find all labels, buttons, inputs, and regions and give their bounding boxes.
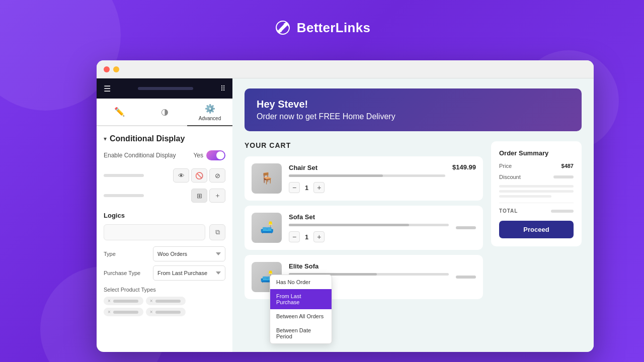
logo-text: BetterLinks bbox=[297, 20, 370, 36]
item-img-sofa: 🛋️ bbox=[252, 213, 282, 243]
order-summary-title: Order Summary bbox=[499, 149, 574, 157]
product-tag-4[interactable]: × bbox=[146, 308, 186, 316]
proceed-button[interactable]: Proceed bbox=[499, 221, 574, 238]
toggle-row: Enable Conditional Display Yes bbox=[104, 150, 225, 160]
toggle-knob bbox=[216, 151, 224, 159]
tag-text-4 bbox=[155, 311, 181, 314]
row2-placeholder bbox=[104, 194, 144, 197]
qty-minus-2[interactable]: − bbox=[289, 231, 300, 242]
type-field-row: Type Woo Orders bbox=[104, 246, 225, 261]
tab-display[interactable]: ◑ bbox=[142, 99, 187, 125]
toggle-with-text: Yes bbox=[193, 150, 225, 160]
purchase-type-select[interactable]: From Last Purchase bbox=[153, 265, 225, 281]
browser-window: ☰ ⠿ ✏️ ◑ ⚙️ Advanced bbox=[97, 60, 594, 352]
section-header: ▾ Conditional Display bbox=[104, 134, 225, 143]
eye-btn[interactable]: 👁 bbox=[173, 168, 189, 183]
qty-minus-1[interactable]: − bbox=[289, 182, 300, 193]
traffic-light-red[interactable] bbox=[104, 66, 110, 72]
grid2-icon: ⊞ bbox=[197, 192, 202, 200]
tag-text-1 bbox=[113, 300, 138, 303]
no-btn[interactable]: ⊘ bbox=[209, 168, 225, 183]
item-bar-1 bbox=[289, 174, 445, 177]
product-types-label: Select Product Types bbox=[104, 287, 225, 293]
eye-off-btn[interactable]: 🚫 bbox=[191, 168, 207, 183]
item-name-1: Chair Set bbox=[289, 164, 445, 171]
product-tag-1[interactable]: × bbox=[104, 297, 143, 305]
promo-line2: Order now to get FREE Home Delivery bbox=[257, 112, 570, 121]
tag-remove-2[interactable]: × bbox=[150, 298, 153, 304]
order-summary-box: Order Summary Price $487 Discount bbox=[491, 141, 582, 246]
copy-btn[interactable]: ⧉ bbox=[209, 224, 225, 240]
purchase-type-label: Purchase Type bbox=[104, 270, 149, 276]
toggle-label: Enable Conditional Display bbox=[104, 152, 176, 159]
product-tag-2[interactable]: × bbox=[146, 297, 186, 305]
row-2: ⊞ ＋ bbox=[104, 189, 225, 203]
logics-title: Logics bbox=[104, 212, 225, 219]
item-img-chair: 🪑 bbox=[252, 163, 282, 194]
item-bar-fill-2 bbox=[289, 224, 409, 226]
price-label: Price bbox=[499, 163, 512, 169]
promo-banner: Hey Steve! Order now to get FREE Home De… bbox=[245, 88, 582, 131]
eye-off-icon: 🚫 bbox=[195, 172, 203, 179]
item-image-1: 🪑 bbox=[252, 163, 282, 194]
tag-remove-3[interactable]: × bbox=[108, 309, 111, 315]
total-row: TOTAL bbox=[499, 208, 574, 214]
logics-input-row: ⧉ bbox=[104, 224, 225, 240]
menu-icon[interactable]: ☰ bbox=[104, 84, 111, 94]
qty-num-2: 1 bbox=[305, 233, 308, 241]
item-bar-2 bbox=[289, 224, 449, 226]
discount-line-2 bbox=[499, 190, 574, 193]
cart-item-2: 🛋️ Sofa Set − 1 + bbox=[245, 206, 483, 250]
sidebar-panel: ☰ ⠿ ✏️ ◑ ⚙️ Advanced bbox=[97, 78, 232, 352]
logo-bar: BetterLinks bbox=[0, 0, 644, 55]
gear-icon: ⚙️ bbox=[205, 104, 215, 114]
discount-label: Discount bbox=[499, 174, 521, 180]
discount-line-3 bbox=[499, 195, 551, 198]
tab-advanced[interactable]: ⚙️ Advanced bbox=[187, 99, 232, 125]
display-icon: ◑ bbox=[161, 107, 169, 117]
logics-input[interactable] bbox=[104, 224, 205, 240]
section-title: Conditional Display bbox=[110, 134, 185, 143]
discount-line-1 bbox=[499, 185, 574, 188]
traffic-light-yellow[interactable] bbox=[113, 66, 119, 72]
qty-plus-2[interactable]: + bbox=[313, 231, 325, 242]
total-value-placeholder bbox=[551, 210, 574, 213]
section-arrow-icon: ▾ bbox=[104, 135, 107, 142]
price-value: $487 bbox=[561, 163, 574, 169]
price-row: Price $487 bbox=[499, 163, 574, 169]
copy-icon: ⧉ bbox=[215, 228, 220, 236]
no-icon: ⊘ bbox=[215, 172, 220, 179]
sidebar-content: ▾ Conditional Display Enable Conditional… bbox=[97, 126, 232, 352]
item-name-3: Elite Sofa bbox=[289, 262, 449, 270]
promo-line1: Hey Steve! bbox=[257, 99, 570, 110]
qty-plus-1[interactable]: + bbox=[313, 182, 325, 193]
cart-item-1: 🪑 Chair Set − 1 + bbox=[245, 156, 483, 201]
qty-control-1: − 1 + bbox=[289, 182, 445, 193]
order-summary-col: Order Summary Price $487 Discount bbox=[491, 141, 582, 304]
plus-icon: ＋ bbox=[214, 191, 221, 200]
type-select[interactable]: Woo Orders bbox=[153, 246, 225, 261]
discount-value-placeholder bbox=[553, 175, 574, 178]
product-tag-3[interactable]: × bbox=[104, 308, 143, 316]
item-image-2: 🛋️ bbox=[252, 213, 282, 243]
item-price-3-placeholder bbox=[456, 276, 476, 279]
search-bar bbox=[138, 87, 193, 90]
enable-toggle[interactable] bbox=[206, 150, 225, 160]
tag-remove-1[interactable]: × bbox=[108, 298, 111, 304]
type-label: Type bbox=[104, 251, 149, 257]
grid-icon[interactable]: ⠿ bbox=[220, 84, 225, 93]
browser-content: ☰ ⠿ ✏️ ◑ ⚙️ Advanced bbox=[97, 78, 594, 352]
summary-divider bbox=[499, 203, 574, 203]
grid2-btn[interactable]: ⊞ bbox=[191, 189, 207, 203]
sidebar-toolbar: ☰ ⠿ bbox=[97, 78, 232, 99]
qty-num-1: 1 bbox=[305, 184, 308, 192]
item-price-1: $149.99 bbox=[452, 163, 476, 171]
plus-btn[interactable]: ＋ bbox=[209, 189, 225, 203]
eye-icon: 👁 bbox=[178, 172, 185, 179]
item-name-2: Sofa Set bbox=[289, 213, 449, 221]
purchase-type-field-row: Purchase Type From Last Purchase bbox=[104, 265, 225, 281]
tab-pencil[interactable]: ✏️ bbox=[97, 99, 142, 125]
item-info-2: Sofa Set − 1 + bbox=[289, 213, 449, 242]
tag-remove-4[interactable]: × bbox=[150, 309, 153, 315]
cart-title: YOUR CART bbox=[245, 141, 483, 149]
